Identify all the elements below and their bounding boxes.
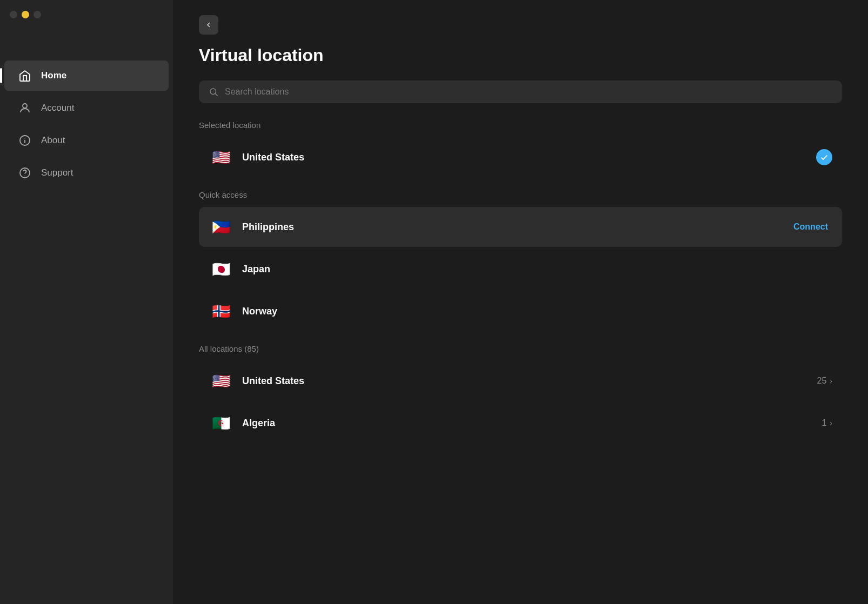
quick-access-label: Quick access xyxy=(199,190,842,199)
all-locations-label: All locations (85) xyxy=(199,344,842,353)
sidebar-item-support[interactable]: Support xyxy=(4,158,169,188)
us-flag-selected: 🇺🇸 xyxy=(209,145,233,170)
all-locations-algeria[interactable]: 🇩🇿 Algeria 1 › xyxy=(199,403,842,443)
jp-flag: 🇯🇵 xyxy=(209,257,233,281)
algeria-name: Algeria xyxy=(242,418,813,429)
info-icon xyxy=(17,133,32,148)
algeria-count-number: 1 xyxy=(822,418,826,428)
quick-access-philippines[interactable]: 🇵🇭 Philippines Connect xyxy=(199,207,842,247)
all-us-name: United States xyxy=(242,375,809,387)
search-icon xyxy=(209,87,218,97)
close-button[interactable] xyxy=(10,11,17,18)
norway-name: Norway xyxy=(242,306,832,317)
home-icon xyxy=(17,68,32,83)
algeria-chevron-right: › xyxy=(830,419,832,427)
main-content: Virtual location Selected location 🇺🇸 Un… xyxy=(173,0,868,604)
no-flag: 🇳🇴 xyxy=(209,299,233,324)
sidebar: Home Account About xyxy=(0,0,173,604)
all-locations-us[interactable]: 🇺🇸 United States 25 › xyxy=(199,361,842,401)
help-icon xyxy=(17,165,32,180)
back-button[interactable] xyxy=(199,15,218,35)
maximize-button[interactable] xyxy=(34,11,41,18)
search-input[interactable] xyxy=(225,87,832,97)
selected-check-icon xyxy=(816,149,832,165)
sidebar-item-support-label: Support xyxy=(41,167,74,178)
sidebar-item-about[interactable]: About xyxy=(4,125,169,156)
sidebar-item-account[interactable]: Account xyxy=(4,93,169,123)
minimize-button[interactable] xyxy=(22,11,29,18)
selected-location-label: Selected location xyxy=(199,120,842,130)
quick-access-japan[interactable]: 🇯🇵 Japan xyxy=(199,249,842,289)
us-count: 25 › xyxy=(817,376,832,386)
japan-name: Japan xyxy=(242,264,832,275)
selected-location-item[interactable]: 🇺🇸 United States xyxy=(199,137,842,177)
user-icon xyxy=(17,100,32,116)
selected-location-name: United States xyxy=(242,152,807,163)
algeria-count: 1 › xyxy=(822,418,832,428)
philippines-name: Philippines xyxy=(242,222,780,233)
sidebar-item-account-label: Account xyxy=(41,103,74,113)
search-bar[interactable] xyxy=(199,80,842,103)
us-flag-all: 🇺🇸 xyxy=(209,368,233,393)
svg-point-6 xyxy=(210,89,216,95)
svg-point-5 xyxy=(25,176,25,176)
svg-line-7 xyxy=(215,93,217,96)
sidebar-item-home[interactable]: Home xyxy=(4,61,169,91)
page-title: Virtual location xyxy=(199,45,842,65)
dz-flag: 🇩🇿 xyxy=(209,411,233,435)
traffic-lights xyxy=(10,11,41,18)
svg-point-0 xyxy=(23,104,27,108)
us-chevron-right: › xyxy=(830,377,832,385)
sidebar-nav: Home Account About xyxy=(0,59,173,189)
sidebar-item-about-label: About xyxy=(41,135,65,146)
us-count-number: 25 xyxy=(817,376,827,386)
ph-flag: 🇵🇭 xyxy=(209,214,233,239)
svg-point-3 xyxy=(25,138,25,139)
connect-button[interactable]: Connect xyxy=(789,220,832,234)
quick-access-norway[interactable]: 🇳🇴 Norway xyxy=(199,291,842,331)
sidebar-item-home-label: Home xyxy=(41,70,66,81)
